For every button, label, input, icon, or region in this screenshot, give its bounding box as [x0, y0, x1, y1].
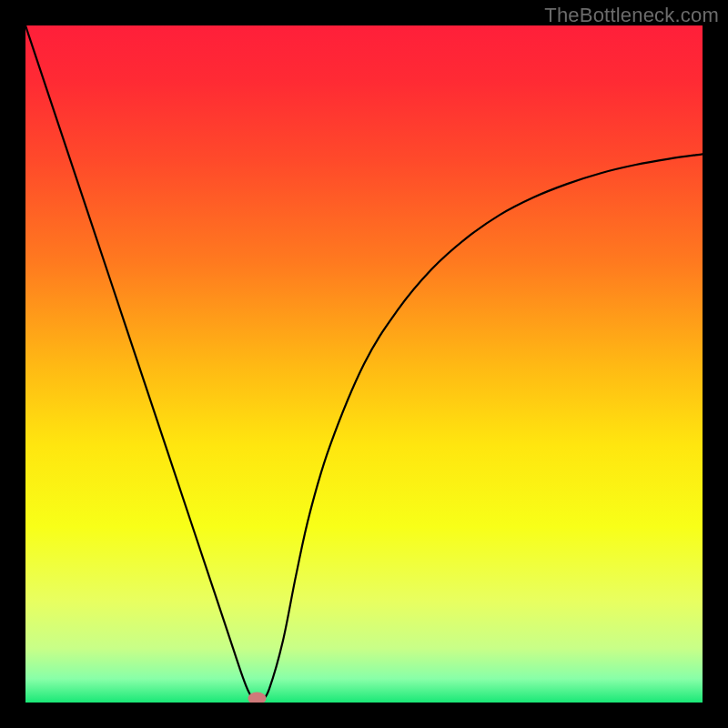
chart-frame [25, 25, 703, 703]
watermark-text: TheBottleneck.com [544, 4, 719, 27]
bottleneck-chart [25, 25, 703, 703]
